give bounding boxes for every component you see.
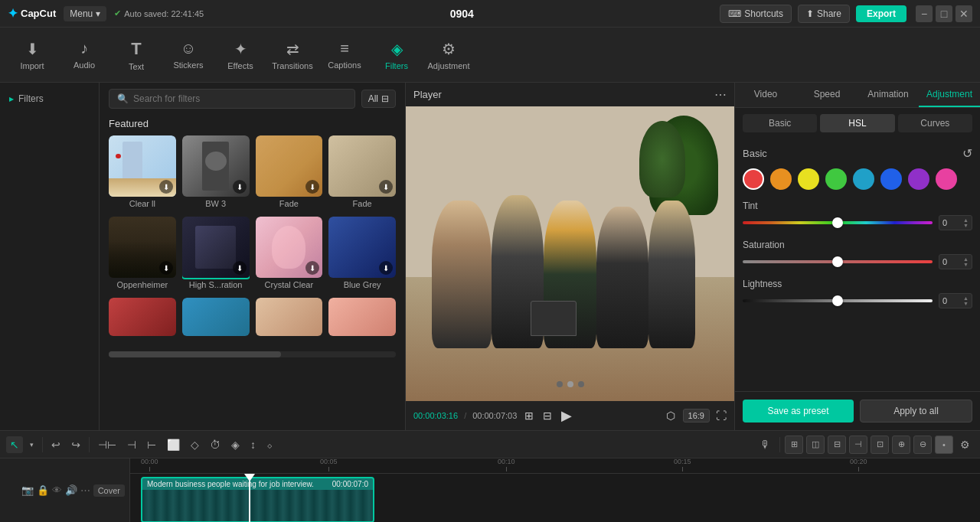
- color-swatch-green[interactable]: [825, 168, 847, 190]
- shortcuts-button[interactable]: ⌨ Shortcuts: [720, 5, 792, 23]
- toolbar-stickers[interactable]: ☺ Stickers: [164, 31, 213, 80]
- minimize-button[interactable]: −: [916, 5, 933, 22]
- filter-fade2[interactable]: ⬇ Fade: [328, 135, 396, 210]
- toolbar-filters[interactable]: ◈ Filters: [372, 31, 421, 80]
- tint-increment[interactable]: ▲: [963, 217, 969, 223]
- toolbar-effects[interactable]: ✦ Effects: [216, 31, 265, 80]
- download-high-saturation-icon[interactable]: ⬇: [233, 261, 247, 275]
- undo-button[interactable]: ↩: [47, 436, 64, 453]
- tl-icon-2[interactable]: ◫: [806, 436, 825, 454]
- filters-all-button[interactable]: All ⊟: [361, 90, 396, 108]
- camera-icon-button[interactable]: 📷: [21, 484, 34, 496]
- filter-fade1[interactable]: ⬇ Fade: [256, 135, 323, 210]
- tl-icon-5[interactable]: ⊡: [871, 436, 889, 454]
- grid-view-button[interactable]: ⊞: [523, 408, 535, 423]
- play-button[interactable]: ▶: [560, 406, 573, 426]
- subtab-basic[interactable]: Basic: [743, 114, 817, 132]
- redo-button[interactable]: ↩: [67, 436, 84, 453]
- tl-dot-btn[interactable]: •: [935, 436, 953, 454]
- tl-icon-7[interactable]: ⊖: [913, 436, 932, 454]
- export-button[interactable]: Export: [856, 5, 906, 22]
- toolbar-transitions[interactable]: ⇄ Transitions: [268, 31, 317, 80]
- filters-search-input[interactable]: [133, 93, 347, 104]
- more-options-button[interactable]: ⋯: [80, 484, 90, 496]
- grid-view2-button[interactable]: ⊟: [541, 408, 554, 423]
- filter-r2[interactable]: [182, 298, 250, 341]
- filter-crystal-clear[interactable]: ⬇ Crystal Clear: [256, 217, 323, 292]
- download-fade2-icon[interactable]: ⬇: [379, 180, 393, 194]
- split-button[interactable]: ⊣⊢: [94, 436, 120, 453]
- tab-video[interactable]: Video: [735, 83, 796, 107]
- crop-button[interactable]: ⬡: [665, 408, 677, 423]
- tab-adjustment[interactable]: Adjustment: [919, 83, 980, 107]
- lock-button[interactable]: 🔒: [37, 484, 49, 496]
- speed-button[interactable]: ⏱: [206, 436, 224, 453]
- download-clear-ii-icon[interactable]: ⬇: [159, 180, 173, 194]
- timeline-clip[interactable]: Modern business people waiting for job i…: [141, 477, 374, 522]
- color-swatch-orange[interactable]: [770, 168, 792, 190]
- saturation-increment[interactable]: ▲: [963, 256, 969, 262]
- tl-icon-4[interactable]: ⊣: [849, 436, 867, 454]
- color-swatch-yellow[interactable]: [798, 168, 819, 190]
- subtab-hsl[interactable]: HSL: [820, 114, 894, 132]
- tl-icon-6[interactable]: ⊕: [892, 436, 910, 454]
- filter-r1[interactable]: [109, 298, 176, 341]
- lightness-decrement[interactable]: ▼: [963, 301, 969, 306]
- tl-settings-button[interactable]: ⚙: [956, 436, 974, 453]
- filter-bw3[interactable]: ⬇ BW 3: [182, 135, 250, 210]
- tab-speed[interactable]: Speed: [796, 83, 858, 107]
- audio-track-button[interactable]: 🔊: [65, 484, 77, 496]
- color-swatch-red[interactable]: [743, 168, 764, 190]
- toolbar-import[interactable]: ⬇ Import: [8, 31, 57, 80]
- color-swatch-blue[interactable]: [880, 168, 902, 190]
- save-preset-button[interactable]: Save as preset: [743, 400, 854, 422]
- filters-scrollbar[interactable]: [109, 351, 396, 357]
- maximize-button[interactable]: □: [936, 5, 952, 22]
- download-bw3-icon[interactable]: ⬇: [233, 180, 247, 194]
- cover-label[interactable]: Cover: [93, 484, 125, 497]
- close-button[interactable]: ✕: [956, 5, 972, 22]
- tab-animation[interactable]: Animation: [858, 83, 919, 107]
- reset-button[interactable]: ↺: [962, 146, 972, 161]
- download-blue-grey-icon[interactable]: ⬇: [379, 261, 393, 275]
- toolbar-text[interactable]: T Text: [112, 31, 161, 80]
- saturation-slider[interactable]: [743, 260, 933, 263]
- fullscreen-button[interactable]: ⛶: [716, 409, 727, 422]
- menu-button[interactable]: Menu ▾: [64, 6, 106, 21]
- color-swatch-pink[interactable]: [936, 168, 957, 190]
- tint-slider[interactable]: [743, 221, 933, 224]
- toolbar-adjustment[interactable]: ⚙ Adjustment: [424, 31, 473, 80]
- player-menu-button[interactable]: ⋯: [714, 87, 727, 102]
- filter-blue-grey[interactable]: ⬇ Blue Grey: [328, 217, 396, 292]
- eye-button[interactable]: 👁: [52, 484, 62, 496]
- flip-button[interactable]: ↕: [247, 436, 260, 453]
- tint-decrement[interactable]: ▼: [963, 223, 969, 228]
- saturation-decrement[interactable]: ▼: [963, 262, 969, 267]
- filter-clear-ii[interactable]: ⬇ Clear ll: [109, 135, 176, 210]
- download-oppenheimer-icon[interactable]: ⬇: [159, 261, 173, 275]
- select-tool-button[interactable]: ↖: [6, 436, 23, 453]
- color-swatch-cyan[interactable]: [853, 168, 874, 190]
- apply-to-all-button[interactable]: Apply to all: [860, 400, 972, 422]
- toolbar-captions[interactable]: ≡ Captions: [320, 31, 369, 80]
- delete-button[interactable]: ⬜: [163, 436, 184, 453]
- color-swatch-purple[interactable]: [908, 168, 929, 190]
- sidebar-item-filters[interactable]: ▶ Filters: [0, 89, 99, 109]
- filter-tl-button[interactable]: ◈: [227, 436, 243, 453]
- share-button[interactable]: ⬆ Share: [798, 5, 850, 23]
- filter-r4[interactable]: [328, 298, 396, 341]
- lightness-slider[interactable]: [743, 299, 933, 302]
- tl-icon-3[interactable]: ⊟: [828, 436, 846, 454]
- subtab-curves[interactable]: Curves: [898, 114, 972, 132]
- aspect-ratio-button[interactable]: 16:9: [683, 409, 710, 422]
- crop-tl-button[interactable]: ⬦: [263, 436, 276, 453]
- toolbar-audio[interactable]: ♪ Audio: [60, 31, 109, 80]
- split-right-button[interactable]: ⊢: [143, 436, 160, 453]
- filter-oppenheimer[interactable]: ⬇ Oppenheimer: [109, 217, 176, 292]
- filter-high-saturation[interactable]: ⬇ High S...ration: [182, 217, 250, 292]
- split-left-button[interactable]: ⊣: [123, 436, 140, 453]
- select-dropdown-button[interactable]: ▾: [26, 439, 38, 451]
- filter-r3[interactable]: [256, 298, 323, 341]
- keyframe-button[interactable]: ◇: [187, 436, 203, 453]
- tl-icon-1[interactable]: ⊞: [785, 436, 803, 454]
